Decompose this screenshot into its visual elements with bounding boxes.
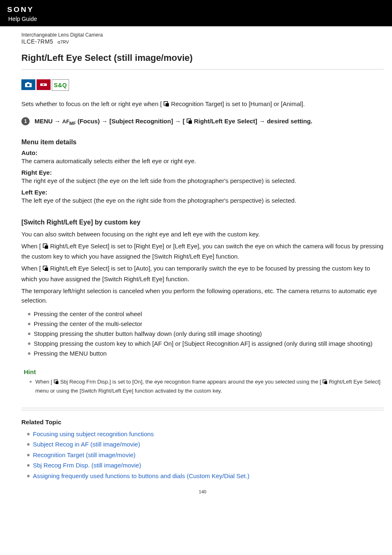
p2-post: Right/Left Eye Select] is set to [Right … xyxy=(21,243,383,260)
photo-mode-icon xyxy=(21,79,35,90)
page-content: Interchangeable Lens Digital Camera ILCE… xyxy=(0,26,392,498)
arrow-4: → xyxy=(257,118,267,125)
option-right-desc: The right eye of the subject (the eye on… xyxy=(21,176,384,185)
subject-recognition-label: [Subject Recognition] xyxy=(109,118,173,125)
switch-section-heading: [Switch Right/Left Eye] by custom key xyxy=(21,219,384,226)
intro-postfix: Recognition Target] is set to [Human] or… xyxy=(171,100,305,107)
focus-label: (Focus) xyxy=(76,118,100,125)
related-links-list: Focusing using subject recognition funct… xyxy=(21,429,384,481)
related-topic-heading: Related Topic xyxy=(21,419,384,426)
switch-para-4: The temporary left/right selection is ca… xyxy=(21,286,384,305)
switch-para-2: When [ Right/Left Eye Select] is set to … xyxy=(21,241,384,261)
list-item: Stopping pressing the shutter button hal… xyxy=(28,329,384,339)
switch-para-3: When [ Right/Left Eye Select] is set to … xyxy=(21,264,384,284)
sq-mode-icon: S&Q xyxy=(52,79,69,91)
related-link-0[interactable]: Focusing using subject recognition funct… xyxy=(33,430,154,437)
step-menu: MENU xyxy=(35,118,53,125)
related-link-1[interactable]: Subject Recog in AF (still image/movie) xyxy=(33,441,140,448)
af-mf-icon: AFMF xyxy=(62,118,76,125)
step-number-badge: 1 xyxy=(21,117,30,125)
svg-rect-14 xyxy=(55,382,58,384)
mf-text: MF xyxy=(69,121,76,126)
list-item: Assigning frequently used functions to b… xyxy=(27,471,384,481)
intro-prefix: Sets whether to focus on the left or rig… xyxy=(21,100,162,107)
intro-text: Sets whether to focus on the left or rig… xyxy=(21,99,384,109)
list-item: Pressing the center of the multi-selecto… xyxy=(28,319,384,329)
rl-eye-select-label: Right/Left Eye Select] xyxy=(194,118,257,125)
arrow-1: → xyxy=(53,118,62,125)
p2-pre: When [ xyxy=(21,243,41,250)
subject-icon xyxy=(43,264,48,274)
svg-rect-6 xyxy=(166,103,169,106)
step-text: MENU → AFMF (Focus) → [Subject Recogniti… xyxy=(35,117,312,127)
list-item: Recognition Target (still image/movie) xyxy=(27,450,384,460)
list-item: Pressing the center of the control wheel xyxy=(28,309,384,319)
related-link-4[interactable]: Assigning frequently used functions to b… xyxy=(33,472,249,479)
list-item: Sbj Recog Frm Disp. (still image/movie) xyxy=(27,460,384,471)
movie-mode-icon xyxy=(37,79,51,90)
arrow-2: → xyxy=(100,118,109,125)
subject-icon xyxy=(187,118,192,127)
subject-icon xyxy=(54,379,59,387)
header-bar: SONY Help Guide xyxy=(0,0,392,26)
divider-rule-2 xyxy=(21,410,384,410)
list-item: Subject Recog in AF (still image/movie) xyxy=(27,439,384,450)
divider-rule-1 xyxy=(21,408,384,408)
page-title: Right/Left Eye Select (still image/movie… xyxy=(21,53,384,63)
hint-pre: When [ xyxy=(35,379,52,385)
model-number: ILCE-7RM5 xyxy=(21,38,53,45)
svg-point-0 xyxy=(27,84,30,86)
option-auto-name: Auto: xyxy=(21,149,384,156)
switch-para-1: You can also switch between focusing on … xyxy=(21,229,384,239)
svg-rect-16 xyxy=(325,382,327,384)
subject-icon xyxy=(164,100,169,109)
arrow-3: → xyxy=(173,118,182,125)
svg-rect-12 xyxy=(45,268,48,271)
product-model-line: ILCE-7RM5 α7RV xyxy=(21,38,384,45)
page-number: 140 xyxy=(21,489,384,494)
p3-pre: When [ xyxy=(21,265,41,272)
hint-list: When [ Sbj Recog Frm Disp.] is set to [O… xyxy=(24,378,381,395)
option-auto-desc: The camera automatically selects either … xyxy=(21,156,384,166)
hint-mid: Sbj Recog Frm Disp.] is set to [On], the… xyxy=(60,379,321,385)
menu-item-details-heading: Menu item details xyxy=(21,139,384,146)
list-item: Focusing using subject recognition funct… xyxy=(27,429,384,439)
bracket-open: [ xyxy=(183,118,185,125)
svg-rect-10 xyxy=(45,245,48,249)
p3-post: Right/Left Eye Select] is set to [Auto],… xyxy=(21,265,370,282)
hint-title: Hint xyxy=(24,368,381,375)
hint-item: When [ Sbj Recog Frm Disp.] is set to [O… xyxy=(30,378,381,395)
desired-setting-label: desired setting. xyxy=(267,118,312,125)
af-text: AF xyxy=(62,118,69,125)
cancel-operations-list: Pressing the center of the control wheel… xyxy=(21,309,384,358)
svg-rect-2 xyxy=(40,83,47,83)
product-description: Interchangeable Lens Digital Camera xyxy=(21,32,384,38)
help-guide-label: Help Guide xyxy=(8,16,384,22)
option-left-name: Left Eye: xyxy=(21,189,384,196)
related-link-2[interactable]: Recognition Target (still image/movie) xyxy=(33,451,136,458)
option-right-name: Right Eye: xyxy=(21,169,384,176)
list-item: Pressing the MENU button xyxy=(28,349,384,358)
brand-logo: SONY xyxy=(7,6,34,14)
model-suffix: α7RV xyxy=(58,39,69,44)
option-left-desc: The left eye of the subject (the eye on … xyxy=(21,196,384,205)
svg-rect-8 xyxy=(189,120,192,124)
title-divider xyxy=(21,69,384,69)
svg-rect-3 xyxy=(40,86,47,87)
subject-icon xyxy=(43,242,48,252)
hint-box: Hint When [ Sbj Recog Frm Disp.] is set … xyxy=(21,366,384,396)
list-item: Stopping pressing the custom key to whic… xyxy=(28,339,384,349)
mode-icons-row: S&Q xyxy=(21,79,384,91)
related-link-3[interactable]: Sbj Recog Frm Disp. (still image/movie) xyxy=(33,462,141,469)
step-1: 1 MENU → AFMF (Focus) → [Subject Recogni… xyxy=(21,117,384,127)
subject-icon xyxy=(323,379,327,387)
